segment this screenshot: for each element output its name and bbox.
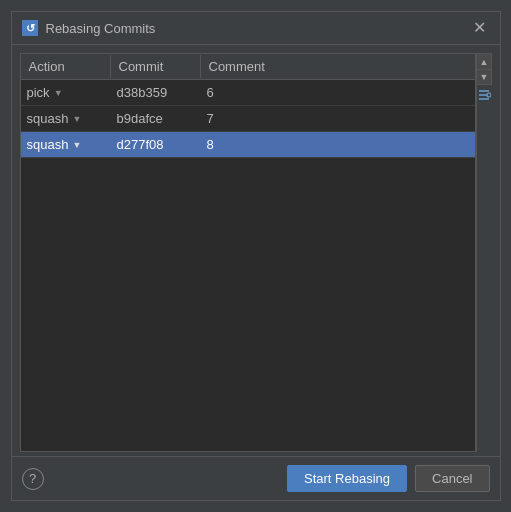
table-body: pick ▼ d38b359 6 squash ▼ b9d (21, 80, 475, 451)
action-cell-1[interactable]: squash ▼ (21, 107, 111, 130)
action-value-2: squash (27, 137, 69, 152)
table-row[interactable]: pick ▼ d38b359 6 (21, 80, 475, 106)
title-bar-left: ↺ Rebasing Commits (22, 20, 156, 36)
scrollbar: ▲ ▼ (476, 53, 492, 452)
help-button[interactable]: ? (22, 468, 44, 490)
comment-cell-1: 7 (201, 107, 475, 130)
start-rebasing-button[interactable]: Start Rebasing (287, 465, 407, 492)
dialog-footer: ? Start Rebasing Cancel (12, 456, 500, 500)
close-button[interactable]: ✕ (469, 18, 490, 38)
scroll-up-button[interactable]: ▲ (476, 53, 492, 69)
table-row[interactable]: squash ▼ d277f08 8 (21, 132, 475, 158)
comment-cell-2: 8 (201, 133, 475, 156)
column-header-action: Action (21, 55, 111, 78)
svg-point-5 (487, 93, 491, 97)
title-bar: ↺ Rebasing Commits ✕ (12, 12, 500, 45)
svg-text:↺: ↺ (25, 22, 34, 34)
dropdown-arrow-2: ▼ (72, 140, 81, 150)
table-row[interactable]: squash ▼ b9dafce 7 (21, 106, 475, 132)
rebasing-commits-dialog: ↺ Rebasing Commits ✕ Action Commit Comme… (11, 11, 501, 501)
footer-buttons: Start Rebasing Cancel (287, 465, 489, 492)
action-cell-0[interactable]: pick ▼ (21, 81, 111, 104)
commit-cell-0: d38b359 (111, 81, 201, 104)
action-dropdown-2[interactable]: squash ▼ (27, 137, 82, 152)
dialog-icon: ↺ (22, 20, 38, 36)
dialog-title: Rebasing Commits (46, 21, 156, 36)
commit-cell-2: d277f08 (111, 133, 201, 156)
dropdown-arrow-0: ▼ (54, 88, 63, 98)
commit-cell-1: b9dafce (111, 107, 201, 130)
cancel-button[interactable]: Cancel (415, 465, 489, 492)
action-value-0: pick (27, 85, 50, 100)
column-header-commit: Commit (111, 55, 201, 78)
commits-table: Action Commit Comment pick ▼ d38b359 6 (20, 53, 476, 452)
action-dropdown-0[interactable]: pick ▼ (27, 85, 63, 100)
scroll-settings-icon[interactable] (476, 87, 492, 103)
action-dropdown-1[interactable]: squash ▼ (27, 111, 82, 126)
table-header: Action Commit Comment (21, 54, 475, 80)
column-header-comment: Comment (201, 55, 475, 78)
dropdown-arrow-1: ▼ (72, 114, 81, 124)
action-value-1: squash (27, 111, 69, 126)
table-wrapper: Action Commit Comment pick ▼ d38b359 6 (12, 45, 500, 456)
action-cell-2[interactable]: squash ▼ (21, 133, 111, 156)
scroll-down-button[interactable]: ▼ (476, 69, 492, 85)
comment-cell-0: 6 (201, 81, 475, 104)
